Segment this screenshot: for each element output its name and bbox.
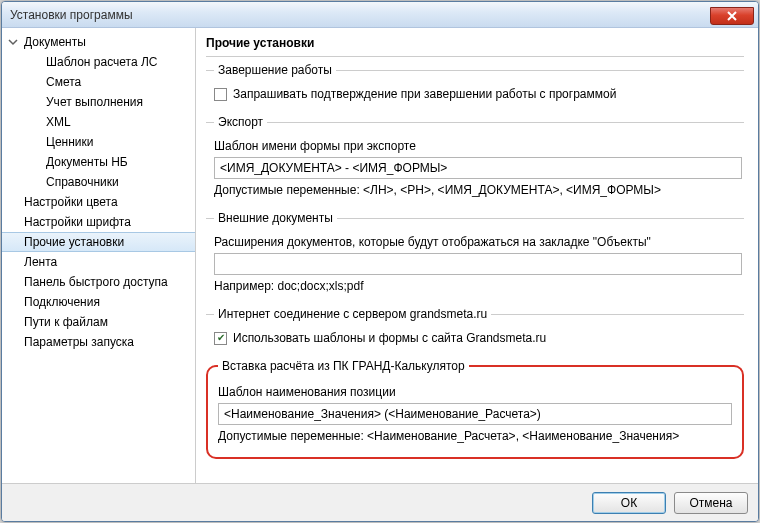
tree-smeta[interactable]: Смета [2,72,195,92]
tree-startup-params[interactable]: Параметры запуска [2,332,195,352]
group-calc-insert-legend: Вставка расчёта из ПК ГРАНД-Калькулятор [218,359,469,373]
tree-font-settings[interactable]: Настройки шрифта [2,212,195,232]
dialog-footer: ОК Отмена [2,483,758,521]
tree-item-label: Настройки шрифта [24,215,131,229]
content-title: Прочие установки [206,34,744,57]
tree-item-label: Настройки цвета [24,195,118,209]
tree-item-label: XML [46,115,71,129]
tree-item-label: Прочие установки [24,235,124,249]
tree-documents-nb[interactable]: Документы НБ [2,152,195,172]
ext-input[interactable] [214,253,742,275]
group-external-docs-legend: Внешние документы [214,211,337,225]
tree-ribbon[interactable]: Лента [2,252,195,272]
tree-item-label: Лента [24,255,57,269]
ext-label: Расширения документов, которые будут ото… [214,235,742,249]
tree-documents[interactable]: Документы [2,32,195,52]
confirm-exit-checkbox[interactable] [214,88,227,101]
settings-window: Установки программы ДокументыШаблон расч… [1,1,759,522]
tree-item-label: Смета [46,75,81,89]
tree-item-label: Параметры запуска [24,335,134,349]
tree-template-ls[interactable]: Шаблон расчета ЛС [2,52,195,72]
calc-template-label: Шаблон наименования позиции [218,385,732,399]
tree-file-paths[interactable]: Пути к файлам [2,312,195,332]
group-export-legend: Экспорт [214,115,267,129]
tree-item-label: Подключения [24,295,100,309]
group-internet: Интернет соединение с сервером grandsmet… [206,307,744,351]
tree-quick-access[interactable]: Панель быстрого доступа [2,272,195,292]
group-calc-insert: Вставка расчёта из ПК ГРАНД-Калькулятор … [206,359,744,459]
export-template-input[interactable] [214,157,742,179]
tree-other-settings[interactable]: Прочие установки [2,232,195,252]
tree-item-label: Документы НБ [46,155,128,169]
tree-item-label: Учет выполнения [46,95,143,109]
calc-template-input[interactable] [218,403,732,425]
close-icon [727,11,737,21]
sidebar-tree: ДокументыШаблон расчета ЛССметаУчет выпо… [2,28,196,483]
close-button[interactable] [710,7,754,25]
titlebar: Установки программы [2,2,758,28]
tree-item-label: Панель быстрого доступа [24,275,168,289]
tree-references[interactable]: Справочники [2,172,195,192]
content-pane: Прочие установки Завершение работы Запра… [196,28,758,483]
group-external-docs: Внешние документы Расширения документов,… [206,211,744,299]
use-templates-checkbox[interactable]: ✔ [214,332,227,345]
group-shutdown-legend: Завершение работы [214,63,336,77]
use-templates-label: Использовать шаблоны и формы с сайта Gra… [233,331,546,345]
tree-item-label: Шаблон расчета ЛС [46,55,157,69]
tree-color-settings[interactable]: Настройки цвета [2,192,195,212]
cancel-button[interactable]: Отмена [674,492,748,514]
group-internet-legend: Интернет соединение с сервером grandsmet… [214,307,491,321]
tree-item-label: Документы [24,35,86,49]
confirm-exit-label: Запрашивать подтверждение при завершении… [233,87,616,101]
calc-vars-label: Допустимые переменные: <Наименование_Рас… [218,429,732,443]
ext-example-label: Например: doc;docx;xls;pdf [214,279,742,293]
window-body: ДокументыШаблон расчета ЛССметаУчет выпо… [2,28,758,483]
export-vars-label: Допустимые переменные: <ЛН>, <РН>, <ИМЯ_… [214,183,742,197]
tree-item-label: Ценники [46,135,93,149]
window-title: Установки программы [10,8,710,22]
tree-item-label: Пути к файлам [24,315,108,329]
tree-item-label: Справочники [46,175,119,189]
tree-xml[interactable]: XML [2,112,195,132]
group-shutdown: Завершение работы Запрашивать подтвержде… [206,63,744,107]
tree-prices[interactable]: Ценники [2,132,195,152]
ok-button[interactable]: ОК [592,492,666,514]
group-export: Экспорт Шаблон имени формы при экспорте … [206,115,744,203]
tree-connections[interactable]: Подключения [2,292,195,312]
chevron-down-icon [8,36,18,46]
export-template-label: Шаблон имени формы при экспорте [214,139,742,153]
tree-execution[interactable]: Учет выполнения [2,92,195,112]
